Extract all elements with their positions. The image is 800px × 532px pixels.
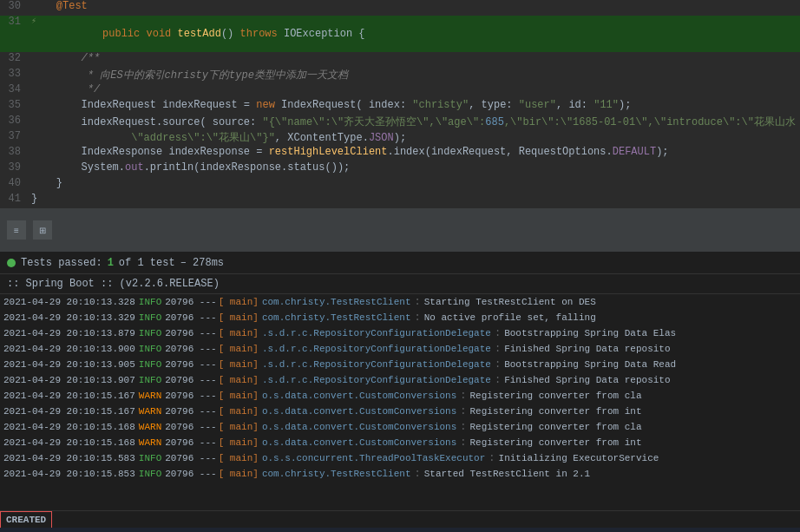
spring-banner-text: :: Spring Boot :: (v2.2.6.RELEASE) — [7, 278, 220, 290]
log-thread: [ main] — [219, 294, 259, 310]
line-content-41: } — [31, 193, 37, 205]
log-message: Started TestRestClient in 2.1 — [424, 466, 590, 482]
console-line: 2021-04-29 20:10:15.583 INFO 20796 --- [… — [0, 450, 800, 466]
code-line-30: 30 @Test — [0, 0, 800, 16]
log-timestamp: 2021-04-29 20:10:15.168 — [3, 419, 135, 435]
code-line-41: 41 } — [0, 193, 800, 208]
line-num-40: 40 — [3, 177, 31, 189]
test-count: 1 — [108, 257, 114, 269]
log-level: INFO — [139, 357, 161, 372]
status-bar: CREATED — [0, 510, 800, 528]
log-logger: o.s.s.concurrent.ThreadPoolTaskExecutor — [262, 450, 485, 466]
log-level: INFO — [139, 294, 161, 310]
log-message: Bootstrapping Spring Data Elas — [504, 325, 676, 341]
log-level: INFO — [139, 341, 161, 357]
log-message: Finished Spring Data reposito — [504, 372, 670, 388]
status-created-badge: CREATED — [0, 511, 52, 529]
code-line-34: 34 */ — [0, 83, 800, 99]
log-timestamp: 2021-04-29 20:10:15.583 — [3, 450, 135, 466]
console-line: 2021-04-29 20:10:15.167 WARN 20796 --- [… — [0, 404, 800, 419]
log-message: Registering converter from int — [470, 435, 642, 450]
log-message: Registering converter from cla — [470, 388, 642, 404]
code-line-37: 37 \"address\":\"花果山\"}", XContentType.J… — [0, 130, 800, 146]
console-line: 2021-04-29 20:10:13.905 INFO 20796 --- [… — [0, 357, 800, 372]
log-logger: com.christy.TestRestClient — [262, 466, 411, 482]
log-separator: : — [495, 372, 501, 388]
log-separator: : — [415, 310, 421, 325]
list-view-button[interactable]: ≡ — [7, 220, 26, 240]
log-separator: : — [460, 404, 466, 419]
log-timestamp: 2021-04-29 20:10:13.329 — [3, 310, 135, 325]
log-thread: [ main] — [219, 388, 259, 404]
log-timestamp: 2021-04-29 20:10:15.168 — [3, 435, 135, 450]
log-thread: [ main] — [219, 450, 259, 466]
log-message: No active profile set, falling — [424, 310, 596, 325]
line-content-40: } — [31, 177, 62, 189]
log-timestamp: 2021-04-29 20:10:15.853 — [3, 466, 135, 482]
log-thread: [ main] — [219, 310, 259, 325]
line-num-32: 32 — [3, 52, 31, 64]
line-content-31: public void testAdd() throws IOException… — [40, 16, 365, 52]
console-line: 2021-04-29 20:10:15.167 WARN 20796 --- [… — [0, 388, 800, 404]
log-pid: 20796 --- — [165, 357, 216, 372]
line-content-34: */ — [31, 83, 100, 95]
log-pid: 20796 --- — [165, 419, 216, 435]
log-pid: 20796 --- — [165, 450, 216, 466]
debug-icon-31: ⚡ — [31, 16, 36, 26]
line-num-38: 38 — [3, 146, 31, 158]
log-logger: .s.d.r.c.RepositoryConfigurationDelegate — [262, 325, 491, 341]
line-content-36: indexRequest.source( source: "{\"name\":… — [31, 115, 796, 129]
log-separator: : — [495, 341, 501, 357]
code-line-38: 38 IndexResponse indexResponse = restHig… — [0, 146, 800, 161]
log-timestamp: 2021-04-29 20:10:15.167 — [3, 404, 135, 419]
code-line-36: 36 indexRequest.source( source: "{\"name… — [0, 115, 800, 130]
log-message: Starting TestRestClient on DES — [424, 294, 596, 310]
console-line: 2021-04-29 20:10:13.328 INFO 20796 --- [… — [0, 294, 800, 310]
test-results-bar: Tests passed: 1 of 1 test – 278ms — [0, 252, 800, 274]
console-line: 2021-04-29 20:10:13.329 INFO 20796 --- [… — [0, 310, 800, 325]
log-separator: : — [415, 466, 421, 482]
log-pid: 20796 --- — [165, 310, 216, 325]
log-level: WARN — [139, 435, 161, 450]
log-logger: o.s.data.convert.CustomConversions — [262, 419, 456, 435]
log-separator: : — [460, 388, 466, 404]
line-content-30: @Test — [31, 0, 88, 12]
log-thread: [ main] — [219, 325, 259, 341]
log-thread: [ main] — [219, 435, 259, 450]
code-line-39: 39 System.out.println(indexResponse.stat… — [0, 161, 800, 177]
log-message: Registering converter from int — [470, 404, 642, 419]
log-timestamp: 2021-04-29 20:10:13.905 — [3, 357, 135, 372]
line-content-32: /** — [31, 52, 100, 64]
code-line-40: 40 } — [0, 177, 800, 193]
console-output: 2021-04-29 20:10:13.328 INFO 20796 --- [… — [0, 294, 800, 528]
log-pid: 20796 --- — [165, 466, 216, 482]
test-duration: – 278ms — [180, 257, 224, 269]
log-logger: .s.d.r.c.RepositoryConfigurationDelegate — [262, 372, 491, 388]
log-level: WARN — [139, 388, 161, 404]
code-line-33: 33 * 向ES中的索引christy下的type类型中添加一天文档 — [0, 68, 800, 83]
console-line: 2021-04-29 20:10:13.879 INFO 20796 --- [… — [0, 325, 800, 341]
console-line: 2021-04-29 20:10:13.900 INFO 20796 --- [… — [0, 341, 800, 357]
log-logger: o.s.data.convert.CustomConversions — [262, 435, 456, 450]
console-line: 2021-04-29 20:10:15.168 WARN 20796 --- [… — [0, 435, 800, 450]
log-level: INFO — [139, 310, 161, 325]
log-pid: 20796 --- — [165, 294, 216, 310]
line-content-39: System.out.println(indexResponse.status(… — [31, 161, 350, 174]
log-timestamp: 2021-04-29 20:10:15.167 — [3, 388, 135, 404]
test-of-text: of 1 test — [119, 257, 175, 269]
log-pid: 20796 --- — [165, 404, 216, 419]
grid-view-button[interactable]: ⊞ — [33, 220, 52, 240]
code-line-32: 32 /** — [0, 52, 800, 68]
log-timestamp: 2021-04-29 20:10:13.907 — [3, 372, 135, 388]
log-message: Bootstrapping Spring Data Read — [504, 357, 676, 372]
line-content-37: \"address\":\"花果山\"}", XContentType.JSON… — [31, 130, 406, 145]
log-thread: [ main] — [219, 372, 259, 388]
log-timestamp: 2021-04-29 20:10:13.900 — [3, 341, 135, 357]
line-content-33: * 向ES中的索引christy下的type类型中添加一天文档 — [31, 68, 348, 82]
line-num-31: 31 — [3, 16, 31, 28]
log-logger: o.s.data.convert.CustomConversions — [262, 388, 456, 404]
log-thread: [ main] — [219, 357, 259, 372]
line-num-36: 36 — [3, 115, 31, 127]
log-thread: [ main] — [219, 341, 259, 357]
line-num-41: 41 — [3, 193, 31, 205]
